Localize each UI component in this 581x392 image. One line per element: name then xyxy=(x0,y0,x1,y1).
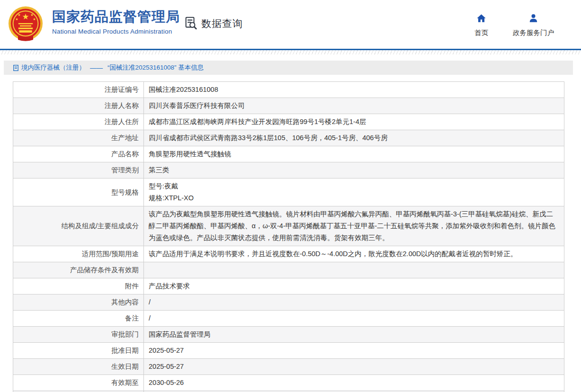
table-row: 有效期至 2030-05-26 xyxy=(13,375,564,391)
table-row: 其他内容 / xyxy=(13,294,564,311)
field-value: 国家药品监督管理局 xyxy=(144,327,564,343)
document-icon xyxy=(12,64,19,71)
table-row: 管理类别 第三类 xyxy=(13,162,564,178)
table-row: 注册人名称 四川兴泰普乐医疗科技有限公司 xyxy=(13,98,564,114)
field-label: 生产地址 xyxy=(13,130,144,146)
svg-text:★: ★ xyxy=(18,13,20,17)
field-label: 注册证编号 xyxy=(13,82,144,98)
field-value: 第三类 xyxy=(144,162,564,178)
nav-gov-portal-label: 政务服务门户 xyxy=(513,28,554,37)
data-query-label: 数据查询 xyxy=(201,17,243,30)
registration-info-table: 注册证编号 国械注准20253161008 注册人名称 四川兴泰普乐医疗科技有限… xyxy=(13,81,564,392)
field-value xyxy=(144,262,564,278)
data-query-link[interactable]: 数据查询 xyxy=(184,16,243,32)
table-row: 生效日期 2025-05-27 xyxy=(13,359,564,375)
field-label: 有效期至 xyxy=(13,375,144,391)
home-icon xyxy=(476,13,486,25)
field-label: 注册人住所 xyxy=(13,114,144,130)
field-label: 适用范围/预期用途 xyxy=(13,246,144,262)
table-row: 结构及组成/主要组成成分 该产品为夜戴型角膜塑形用硬性透气接触镜。镜片材料由甲基… xyxy=(13,206,564,246)
nav-item-home[interactable]: 首页 xyxy=(474,13,488,37)
breadcrumb-current: “国械注准20253161008” 基本信息 xyxy=(107,63,204,72)
field-value: 2030-05-26 xyxy=(144,375,564,391)
field-value: 该产品为夜戴型角膜塑形用硬性透气接触镜。镜片材料由甲基丙烯酸六氟异丙酯、甲基丙烯… xyxy=(144,206,564,246)
field-label: 审批部门 xyxy=(13,327,144,343)
table-row: 注册证编号 国械注准20253161008 xyxy=(13,82,564,98)
field-label: 注册人名称 xyxy=(13,98,144,114)
table-row: 适用范围/预期用途 该产品适用于满足本说明书要求，并且近视度数在-0.50D～-… xyxy=(13,246,564,262)
table-row: 注册人住所 成都市温江区成都海峡两岸科技产业开发园海旺路99号1号楼2单元1-4… xyxy=(13,114,564,130)
field-value: 四川省成都市武侯区武青南路33号2栋1层105、106号房，405-1号房、40… xyxy=(144,130,564,146)
table-row: 生产地址 四川省成都市武侯区武青南路33号2栋1层105、106号房，405-1… xyxy=(13,130,564,146)
field-value: 2025-05-27 xyxy=(144,359,564,375)
field-label: 批准日期 xyxy=(13,343,144,359)
breadcrumb: 境内医疗器械（注册） —— “国械注准20253161008” 基本信息 xyxy=(4,61,573,75)
field-value: 产品技术要求 xyxy=(144,278,564,294)
svg-text:★: ★ xyxy=(33,17,36,21)
field-label: 管理类别 xyxy=(13,162,144,178)
field-label: 结构及组成/主要组成成分 xyxy=(13,206,144,246)
nav-home-label: 首页 xyxy=(474,28,488,37)
field-value: 角膜塑形用硬性透气接触镜 xyxy=(144,146,564,162)
svg-text:★: ★ xyxy=(15,17,18,21)
table-row: 备注 / xyxy=(13,311,564,327)
table-row: 审批部门 国家药品监督管理局 xyxy=(13,327,564,343)
table-row: 批准日期 2025-05-27 xyxy=(13,343,564,359)
org-names: 国家药品监督管理局 National Medical Products Admi… xyxy=(52,8,180,35)
field-label: 型号规格 xyxy=(13,178,144,206)
table-row: 产品储存条件及有效期 xyxy=(13,262,564,278)
field-label: 备注 xyxy=(13,311,144,327)
field-label: 生效日期 xyxy=(13,359,144,375)
svg-text:★: ★ xyxy=(22,12,29,21)
table-row: 产品名称 角膜塑形用硬性透气接触镜 xyxy=(13,146,564,162)
field-value: / xyxy=(144,294,564,311)
user-icon xyxy=(528,13,538,25)
nav-item-gov-portal[interactable]: 政务服务门户 xyxy=(513,13,554,37)
field-label: 产品名称 xyxy=(13,146,144,162)
breadcrumb-root-link[interactable]: 境内医疗器械（注册） xyxy=(21,63,85,72)
site-header: ★ ★ ★ ★ ★ 国家药品监督管理局 National Medical Pro… xyxy=(0,0,581,49)
field-value: 国械注准20253161008 xyxy=(144,82,564,98)
svg-text:★: ★ xyxy=(30,13,33,17)
doc-search-icon xyxy=(184,16,198,32)
page: ★ ★ ★ ★ ★ 国家药品监督管理局 National Medical Pro… xyxy=(0,0,581,392)
field-label: 附件 xyxy=(13,278,144,294)
nmpa-logo[interactable]: ★ ★ ★ ★ ★ xyxy=(7,5,45,44)
org-name-zh: 国家药品监督管理局 xyxy=(52,8,180,25)
field-value: 成都市温江区成都海峡两岸科技产业开发园海旺路99号1号楼2单元1-4层 xyxy=(144,114,564,130)
field-value: 2025-05-27 xyxy=(144,343,564,359)
table-row: 附件 产品技术要求 xyxy=(13,278,564,294)
field-value: 型号:夜戴 规格:XTPL-XO xyxy=(144,178,564,206)
registration-table-body: 注册证编号 国械注准20253161008 注册人名称 四川兴泰普乐医疗科技有限… xyxy=(13,82,564,392)
breadcrumb-separator: —— xyxy=(90,64,103,71)
header-hatch-strip xyxy=(0,50,581,54)
field-label: 其他内容 xyxy=(13,294,144,311)
table-row: 型号规格 型号:夜戴 规格:XTPL-XO xyxy=(13,178,564,206)
field-value: 四川兴泰普乐医疗科技有限公司 xyxy=(144,98,564,114)
header-nav: 首页 政务服务门户 xyxy=(474,13,554,37)
field-value: / xyxy=(144,311,564,327)
national-emblem-icon: ★ ★ ★ ★ ★ xyxy=(7,37,45,45)
org-name-en: National Medical Products Administration xyxy=(52,28,180,35)
field-value: 该产品适用于满足本说明书要求，并且近视度数在-0.50D～-4.00D之内，散光… xyxy=(144,246,564,262)
field-label: 产品储存条件及有效期 xyxy=(13,262,144,278)
